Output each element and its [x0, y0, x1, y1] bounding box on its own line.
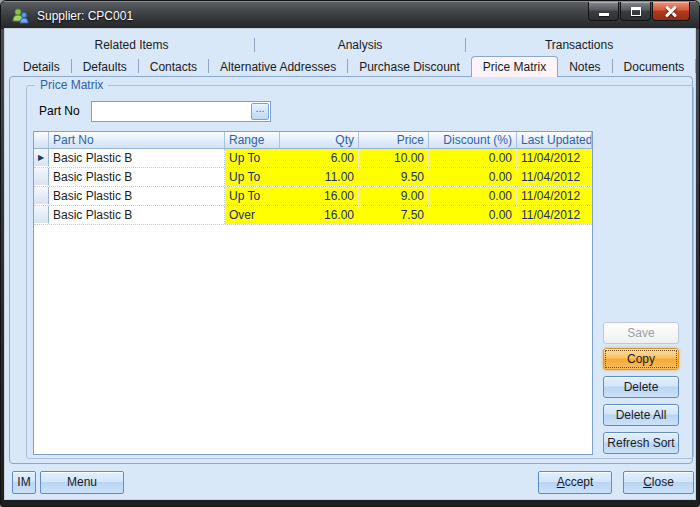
- tab-defaults[interactable]: Defaults: [72, 58, 138, 76]
- part-no-input[interactable]: [91, 101, 271, 122]
- cell-discount[interactable]: 0.00: [429, 149, 517, 167]
- table-row: Basic Plastic B Up To 16.00 9.00 0.00 11…: [34, 187, 592, 206]
- tab-messages[interactable]: Messages: [696, 58, 700, 76]
- maximize-icon: [631, 7, 641, 16]
- client-area: Related Items Analysis Transactions Deta…: [5, 29, 695, 499]
- supplier-window: Supplier: CPC001 Related Items Analysis …: [0, 0, 700, 507]
- table-row: ▶ Basic Plastic B Up To 6.00 10.00 0.00 …: [34, 149, 592, 168]
- column-header-selector[interactable]: [34, 132, 49, 148]
- menu-button[interactable]: Menu: [40, 471, 124, 494]
- cell-qty[interactable]: 16.00: [280, 187, 359, 205]
- save-button[interactable]: Save: [603, 322, 679, 344]
- column-header-price[interactable]: Price: [359, 132, 429, 148]
- cell-price[interactable]: 7.50: [359, 206, 429, 224]
- cell-part-no[interactable]: Basic Plastic B: [49, 149, 225, 167]
- cell-discount[interactable]: 0.00: [429, 206, 517, 224]
- tab-notes[interactable]: Notes: [558, 58, 611, 76]
- column-header-last-updated[interactable]: Last Updated: [517, 132, 592, 148]
- copy-button[interactable]: Copy: [603, 348, 679, 370]
- price-matrix-grid: Part No Range Qty Price Discount (%) Las…: [33, 131, 593, 455]
- cell-range[interactable]: Up To: [225, 168, 280, 186]
- part-no-browse-button[interactable]: ...: [251, 103, 269, 120]
- tab-contacts[interactable]: Contacts: [139, 58, 208, 76]
- close-icon: [665, 5, 677, 17]
- tab-documents[interactable]: Documents: [613, 58, 696, 76]
- cell-part-no[interactable]: Basic Plastic B: [49, 206, 225, 224]
- cell-range[interactable]: Up To: [225, 149, 280, 167]
- supplier-people-icon: [11, 8, 29, 24]
- table-row: Basic Plastic B Up To 11.00 9.50 0.00 11…: [34, 168, 592, 187]
- cell-part-no[interactable]: Basic Plastic B: [49, 168, 225, 186]
- cell-discount[interactable]: 0.00: [429, 187, 517, 205]
- minimize-button[interactable]: [588, 2, 619, 21]
- column-header-part-no[interactable]: Part No: [49, 132, 225, 148]
- cell-price[interactable]: 10.00: [359, 149, 429, 167]
- cell-range[interactable]: Up To: [225, 187, 280, 205]
- cell-price[interactable]: 9.50: [359, 168, 429, 186]
- main-tab-strip: Details Defaults Contacts Alternative Ad…: [12, 55, 700, 76]
- tab-purchase-discount[interactable]: Purchase Discount: [348, 58, 471, 76]
- row-selector[interactable]: [34, 206, 49, 224]
- tab-transactions[interactable]: Transactions: [466, 35, 692, 55]
- cell-qty[interactable]: 16.00: [280, 206, 359, 224]
- column-header-discount[interactable]: Discount (%): [429, 132, 517, 148]
- part-no-label: Part No: [39, 104, 80, 118]
- cell-last-updated[interactable]: 11/04/2012: [517, 149, 592, 167]
- cell-last-updated[interactable]: 11/04/2012: [517, 206, 592, 224]
- im-button[interactable]: IM: [12, 471, 36, 494]
- cell-qty[interactable]: 6.00: [280, 149, 359, 167]
- delete-all-button[interactable]: Delete All: [603, 404, 679, 426]
- tab-price-matrix[interactable]: Price Matrix: [471, 56, 558, 77]
- cell-range[interactable]: Over: [225, 206, 280, 224]
- tab-related-items[interactable]: Related Items: [9, 35, 254, 55]
- top-tab-strip: Related Items Analysis Transactions: [9, 35, 692, 55]
- cell-part-no[interactable]: Basic Plastic B: [49, 187, 225, 205]
- cell-qty[interactable]: 11.00: [280, 168, 359, 186]
- grid-header-row: Part No Range Qty Price Discount (%) Las…: [34, 132, 592, 149]
- close-button[interactable]: [652, 2, 690, 21]
- column-header-qty[interactable]: Qty: [280, 132, 359, 148]
- price-matrix-tab-page: Price Matrix Part No ... Part No Range Q…: [9, 76, 693, 464]
- column-header-range[interactable]: Range: [225, 132, 280, 148]
- minimize-icon: [599, 13, 609, 16]
- cell-last-updated[interactable]: 11/04/2012: [517, 187, 592, 205]
- table-row: Basic Plastic B Over 16.00 7.50 0.00 11/…: [34, 206, 592, 225]
- groupbox-title: Price Matrix: [35, 78, 108, 92]
- tab-details[interactable]: Details: [12, 58, 71, 76]
- price-matrix-groupbox: Price Matrix Part No ... Part No Range Q…: [26, 85, 694, 459]
- refresh-sort-button[interactable]: Refresh Sort: [603, 432, 679, 454]
- tab-alternative-addresses[interactable]: Alternative Addresses: [209, 58, 347, 76]
- row-selector[interactable]: [34, 187, 49, 205]
- maximize-button[interactable]: [620, 2, 651, 21]
- window-controls: [587, 2, 690, 21]
- row-selector[interactable]: ▶: [34, 149, 49, 167]
- cell-price[interactable]: 9.00: [359, 187, 429, 205]
- window-title: Supplier: CPC001: [37, 9, 133, 23]
- accept-button[interactable]: Accept: [538, 471, 612, 494]
- close-dialog-button[interactable]: Close: [623, 471, 694, 494]
- cell-discount[interactable]: 0.00: [429, 168, 517, 186]
- delete-button[interactable]: Delete: [603, 376, 679, 398]
- row-selector[interactable]: [34, 168, 49, 186]
- current-row-arrow-icon: ▶: [38, 154, 44, 162]
- tab-analysis[interactable]: Analysis: [255, 35, 465, 55]
- cell-last-updated[interactable]: 11/04/2012: [517, 168, 592, 186]
